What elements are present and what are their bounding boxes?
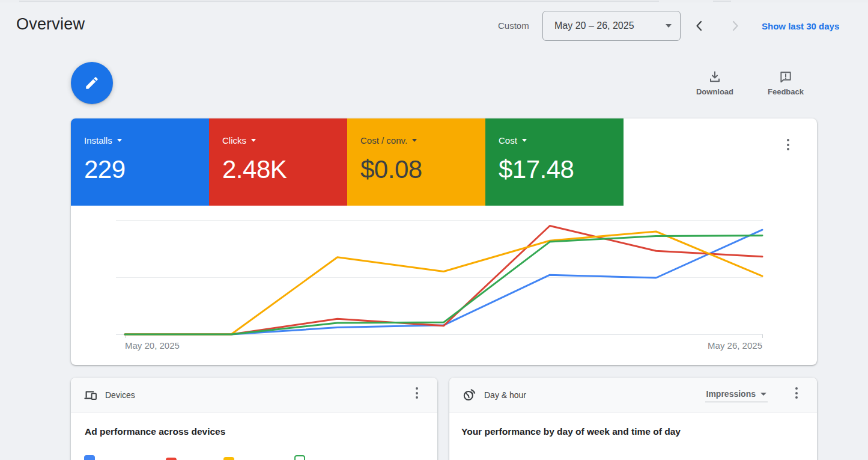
scorecard-metric-value: 2.48K (222, 155, 347, 184)
chart-line-installs (125, 230, 762, 334)
legend-checkbox-cost-per-conv[interactable] (223, 457, 234, 460)
scorecard-metric-label: Clicks (222, 135, 246, 146)
feedback-label: Feedback (768, 87, 804, 96)
kebab-menu-icon (416, 387, 418, 390)
scorecard-installs[interactable]: Installs 229 (71, 118, 209, 206)
scorecard-cost-per-conv[interactable]: Cost / conv. $0.08 (347, 118, 485, 206)
day-hour-metric-selector[interactable]: Impressions (705, 388, 768, 402)
day-hour-card-title: Day & hour (484, 390, 526, 400)
overview-card-menu-button[interactable] (785, 136, 792, 153)
laptop-phone-icon (84, 388, 97, 402)
day-hour-card-headline: Your performance by day of week and time… (461, 426, 681, 437)
day-hour-card-header: Day & hour Impressions (449, 378, 817, 412)
day-hour-metric-value: Impressions (706, 389, 756, 399)
caret-down-icon (666, 24, 672, 28)
date-range-picker[interactable]: May 20 – 26, 2025 (542, 11, 681, 41)
top-edge-strip-segment (713, 1, 731, 2)
devices-card-menu-button[interactable] (413, 385, 420, 401)
scorecard-metric-label: Cost (499, 135, 517, 146)
devices-card-header: Devices (71, 378, 437, 412)
devices-card-title: Devices (105, 390, 135, 400)
chart-x-axis-label-end: May 26, 2025 (582, 340, 762, 351)
chart-x-axis-label-start: May 20, 2025 (125, 340, 180, 351)
caret-down-icon[interactable] (522, 139, 527, 142)
legend-checkbox-clicks[interactable] (166, 458, 177, 460)
top-edge-strip-segment (19, 1, 659, 2)
chart-line-cost_per_conv (125, 232, 762, 334)
scorecard-metric-value: 229 (84, 155, 209, 184)
scorecard-metric-label: Installs (84, 135, 112, 146)
devices-card-headline: Ad performance across devices (85, 426, 225, 437)
chart-axis-tick (762, 334, 763, 338)
scorecard-cost[interactable]: Cost $17.48 (485, 118, 624, 206)
performance-chart-lines[interactable] (125, 220, 762, 336)
caret-down-icon (760, 393, 766, 396)
feedback-button[interactable]: Feedback (762, 70, 810, 96)
legend-checkbox-installs[interactable] (84, 455, 95, 460)
download-label: Download (696, 87, 733, 96)
chart-line-cost (125, 236, 762, 334)
edit-button[interactable] (71, 62, 113, 104)
caret-down-icon[interactable] (251, 139, 256, 142)
overview-summary-card: Installs 229 Clicks 2.48K Cost / conv. $… (71, 118, 817, 365)
clock-schedule-icon (463, 388, 476, 402)
scorecard-metric-value: $0.08 (360, 155, 485, 184)
next-date-range-button[interactable] (728, 19, 742, 33)
top-edge-strip (0, 0, 868, 2)
scorecard-metric-label: Cost / conv. (360, 135, 407, 146)
show-last-30-days-link[interactable]: Show last 30 days (762, 21, 839, 31)
chevron-right-icon (728, 19, 742, 33)
day-hour-card-menu-button[interactable] (793, 385, 800, 401)
download-button[interactable]: Download (691, 70, 739, 96)
chevron-left-icon (692, 19, 706, 33)
pencil-icon (84, 75, 100, 91)
download-icon (708, 70, 722, 84)
legend-checkbox-cost[interactable] (294, 455, 305, 460)
kebab-menu-icon (787, 139, 789, 141)
page-title: Overview (16, 15, 85, 34)
date-range-type-label: Custom (498, 20, 529, 31)
chart-line-clicks (125, 226, 762, 335)
scorecard-clicks[interactable]: Clicks 2.48K (209, 118, 347, 206)
scorecard-metric-value: $17.48 (499, 155, 624, 184)
caret-down-icon[interactable] (412, 139, 417, 142)
caret-down-icon[interactable] (117, 139, 122, 142)
previous-date-range-button[interactable] (692, 19, 706, 33)
devices-card: Devices Ad performance across devices (71, 378, 437, 460)
date-range-value: May 20 – 26, 2025 (554, 20, 666, 31)
feedback-bubble-icon (778, 70, 793, 84)
day-hour-card: Day & hour Impressions Your performance … (449, 378, 817, 460)
kebab-menu-icon (795, 387, 798, 390)
